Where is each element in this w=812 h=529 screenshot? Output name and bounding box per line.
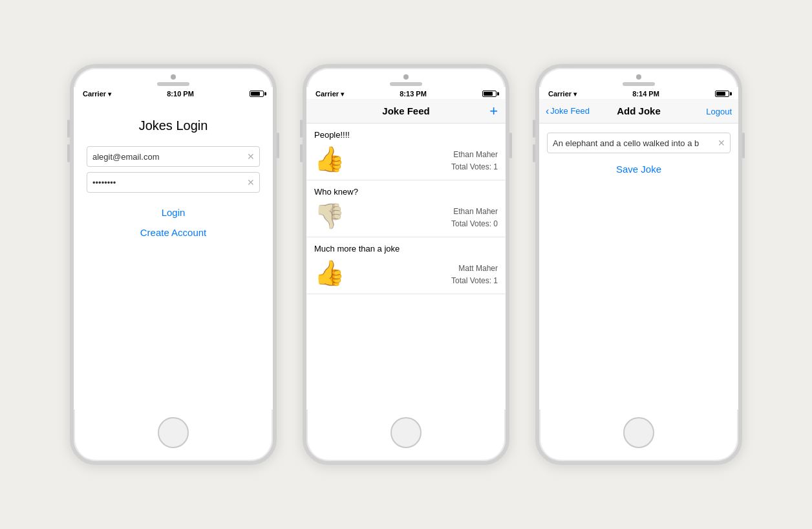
status-left-2: Carrier ▾ [315,90,344,98]
back-label: Joke Feed [550,106,590,116]
right-side-button-3 [742,133,745,158]
right-side-button [277,133,279,158]
joke-votes-2: Total Votes: 0 [451,218,498,230]
joke-input-wrapper: ✕ [547,133,731,153]
joke-author-1: Ethan Maher [451,149,498,161]
status-left-3: Carrier ▾ [548,90,577,98]
phone-top-2 [306,68,506,87]
wifi-icon-3: ▾ [573,91,577,98]
home-button-3[interactable] [623,417,654,448]
home-button[interactable] [158,417,189,448]
joke-author-2: Ethan Maher [451,206,498,218]
camera-2 [403,74,409,80]
status-bar: Carrier ▾ 8:10 PM [74,87,273,99]
password-wrapper: ✕ [87,172,260,193]
joke-feed-list: People!!!! 👍 Ethan Maher Total Votes: 1 … [306,124,506,409]
status-bar-3: Carrier ▾ 8:14 PM [539,87,738,99]
battery-icon-2 [482,91,497,97]
right-side-button-2 [509,133,512,158]
status-left: Carrier ▾ [83,90,111,98]
email-clear-icon[interactable]: ✕ [247,151,255,162]
home-button-2[interactable] [390,417,422,448]
status-bar-2: Carrier ▾ 8:13 PM [306,87,506,99]
wifi-icon-2: ▾ [341,91,344,98]
left-side-buttons-3 [533,120,535,162]
battery-fill [251,92,260,96]
back-chevron-icon: ‹ [546,105,549,117]
joke-footer-3: 👍 Matt Maher Total Votes: 1 [314,259,498,287]
wifi-icon: ▾ [108,91,111,98]
add-joke-content: ✕ Save Joke [539,124,738,409]
left-side-buttons [67,120,70,162]
feed-navbar: Joke Feed + [306,99,506,124]
camera-3 [636,74,641,80]
volume-up-button [67,120,70,138]
left-side-buttons-2 [300,120,303,162]
create-account-button[interactable]: Create Account [138,224,209,241]
password-clear-icon[interactable]: ✕ [247,177,255,188]
vote-icon-3[interactable]: 👍 [314,259,345,287]
login-content: Jokes Login ✕ ✕ Login Create Account [74,99,273,254]
joke-footer-1: 👍 Ethan Maher Total Votes: 1 [314,145,498,173]
joke-votes-3: Total Votes: 1 [451,275,498,287]
carrier-label-3: Carrier [548,90,572,98]
volume-down-button [67,144,70,162]
status-time-2: 8:13 PM [400,90,427,98]
add-joke-navbar: ‹ Joke Feed Add Joke Logout [539,99,738,124]
phone-add-joke: Carrier ▾ 8:14 PM ‹ Joke Feed Add Joke L… [535,64,742,465]
vote-icon-2[interactable]: 👎 [314,202,345,230]
battery-fill-3 [716,92,725,96]
volume-up-button-3 [533,120,535,138]
joke-input-clear-icon[interactable]: ✕ [718,138,725,148]
joke-author-3: Matt Maher [451,263,498,275]
joke-item-3: Much more than a joke 👍 Matt Maher Total… [306,237,506,294]
carrier-label-2: Carrier [315,90,339,98]
joke-meta-1: Ethan Maher Total Votes: 1 [451,149,498,173]
feed-title: Joke Feed [382,105,429,116]
camera [171,74,176,80]
add-joke-nav-button[interactable]: + [489,104,498,118]
joke-footer-2: 👎 Ethan Maher Total Votes: 0 [314,202,498,230]
status-right [250,91,264,97]
battery-icon-3 [715,91,729,97]
status-time: 8:10 PM [167,90,194,98]
volume-up-button-2 [300,120,303,138]
email-input[interactable] [87,146,260,167]
volume-down-button-2 [300,144,303,162]
battery-icon [250,91,264,97]
status-right-3 [715,91,729,97]
carrier-label: Carrier [83,90,106,98]
status-time-3: 8:14 PM [632,90,659,98]
email-wrapper: ✕ [87,146,260,167]
joke-text-3: Much more than a joke [314,244,498,254]
joke-item-2: Who knew? 👎 Ethan Maher Total Votes: 0 [306,180,506,237]
phone-login: Carrier ▾ 8:10 PM Jokes Login ✕ ✕ Login … [70,64,277,465]
status-right-2 [482,91,497,97]
add-joke-title: Add Joke [617,105,661,116]
joke-item-1: People!!!! 👍 Ethan Maher Total Votes: 1 [306,124,506,180]
speaker [157,82,189,86]
phone-top [74,68,273,87]
save-joke-button[interactable]: Save Joke [547,161,731,177]
vote-icon-1[interactable]: 👍 [314,145,345,173]
power-button-2 [509,133,512,158]
speaker-2 [390,82,422,86]
volume-down-button-3 [533,144,535,162]
joke-text-2: Who knew? [314,187,498,197]
password-input[interactable] [87,172,260,193]
back-button[interactable]: ‹ Joke Feed [546,105,590,117]
joke-meta-2: Ethan Maher Total Votes: 0 [451,206,498,230]
feed-screen: Carrier ▾ 8:13 PM Joke Feed + People!!!!… [306,87,506,409]
joke-votes-1: Total Votes: 1 [451,161,498,173]
phone-feed: Carrier ▾ 8:13 PM Joke Feed + People!!!!… [303,64,509,465]
power-button-3 [742,133,745,158]
joke-text-input[interactable] [547,133,731,153]
login-button[interactable]: Login [159,204,188,221]
battery-fill-2 [484,92,493,96]
logout-button[interactable]: Logout [706,106,732,116]
login-screen: Carrier ▾ 8:10 PM Jokes Login ✕ ✕ Login … [74,87,273,409]
login-title: Jokes Login [139,118,208,133]
add-joke-screen: Carrier ▾ 8:14 PM ‹ Joke Feed Add Joke L… [539,87,738,409]
joke-meta-3: Matt Maher Total Votes: 1 [451,263,498,287]
speaker-3 [623,82,655,86]
